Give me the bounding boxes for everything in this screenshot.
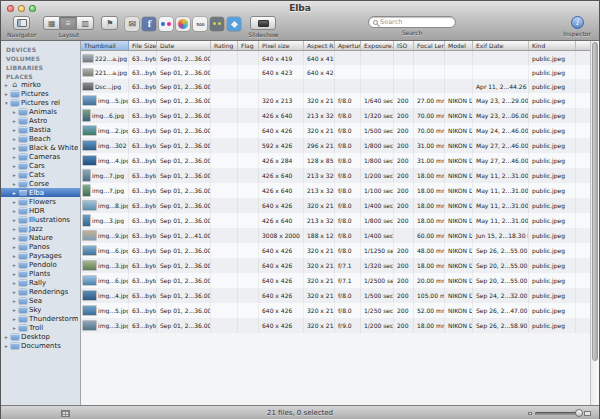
disclosure-triangle-icon[interactable]: ▸ [12,145,17,151]
table-row[interactable]: img...30263...bytesSep 01, 2...36.00 PM5… [81,138,590,153]
table-row[interactable]: img...9.jpg63...bytesSep 01, 2...41.00 P… [81,228,590,243]
disclosure-triangle-icon[interactable]: ▸ [12,181,17,187]
sidebar-item-astro[interactable]: ▸Astro [1,116,80,125]
sidebar-item-elba[interactable]: ▸Elba [1,188,80,197]
vertical-scrollbar[interactable] [590,41,599,405]
disclosure-triangle-icon[interactable]: ▸ [12,109,17,115]
photos-icon[interactable] [176,17,190,31]
disclosure-triangle-icon[interactable]: ▸ [12,235,17,241]
sidebar-item-thunderstorm[interactable]: ▸Thunderstorm [1,314,80,323]
column-header-file-size[interactable]: File Size [129,41,157,50]
sidebar-item-bastia[interactable]: ▸Bastia [1,125,80,134]
sidebar-item-sea[interactable]: ▸Sea [1,296,80,305]
sidebar-item-cars[interactable]: ▸Cars [1,161,80,170]
title-bar[interactable]: Elba [1,1,599,15]
slideshow-button[interactable] [250,16,276,30]
sidebar-item-flowers[interactable]: ▸Flowers [1,197,80,206]
disclosure-triangle-icon[interactable]: ▸ [12,289,17,295]
column-header-flag[interactable]: Flag [238,41,259,50]
table-row[interactable]: img...3.jpg63...bytesSep 01, 2...36.00 P… [81,318,590,333]
sidebar-item-documents[interactable]: ▸Documents [1,341,80,350]
disclosure-triangle-icon[interactable]: ▸ [4,343,9,349]
column-header-kind[interactable]: Kind [529,41,576,50]
table-row[interactable]: img...6.jpg63...bytesSep 01, 2...36.00 P… [81,243,590,258]
layout-list-button[interactable]: ≡ [60,16,77,30]
sidebar-item-paysages[interactable]: ▸Paysages [1,251,80,260]
disclosure-triangle-icon[interactable]: ▸ [12,208,17,214]
thumbnail-grid-icon[interactable] [61,410,70,417]
table-row[interactable]: img...4.jpg63...bytesSep 01, 2...36.00 P… [81,153,590,168]
sidebar-item-pendolo[interactable]: ▸Pendolo [1,260,80,269]
sidebar-item-pictures-rel[interactable]: ▾Pictures rel [1,98,80,107]
column-header-model[interactable]: Model [445,41,473,50]
disclosure-triangle-icon[interactable]: ▾ [4,100,9,106]
layout-grid-button[interactable]: ▦ [43,16,60,30]
table-row[interactable]: 222...a.jpg63...bytesSep 01, 2...36.00 P… [81,51,590,65]
sidebar-item-cats[interactable]: ▸Cats [1,170,80,179]
column-header-aperture[interactable]: Aperture [335,41,361,50]
table-row[interactable]: img...7.jpg63...bytesSep 01, 2...36.00 P… [81,183,590,198]
disclosure-triangle-icon[interactable]: ▸ [12,154,17,160]
disclosure-triangle-icon[interactable]: ▸ [12,172,17,178]
disclosure-triangle-icon[interactable]: ▸ [12,262,17,268]
disclosure-triangle-icon[interactable]: ▸ [12,217,17,223]
column-header-exif-date[interactable]: Exif Date [473,41,529,50]
sidebar-item-mirko[interactable]: ▸⌂mirko [1,80,80,89]
column-header-aspect-r[interactable]: Aspect R... [304,41,335,50]
sidebar-item-black-white[interactable]: ▸Black & White [1,143,80,152]
disclosure-triangle-icon[interactable]: ▸ [4,82,9,88]
sidebar-item-renderings[interactable]: ▸Renderings [1,287,80,296]
column-header-iso[interactable]: ISO [394,41,414,50]
table-row[interactable]: 221...a.jpg63...bytesSep 01, 2...36.00 P… [81,65,590,79]
table-row[interactable]: img...6.jpg63...bytesSep 01, 2...36.00 P… [81,273,590,288]
disclosure-triangle-icon[interactable]: ▸ [12,298,17,304]
disclosure-triangle-icon[interactable]: ▸ [12,127,17,133]
table-row[interactable]: img...3.jpg63...bytesSep 01, 2...36.00 P… [81,213,590,228]
layout-columns-button[interactable]: ▥ [77,16,94,30]
inspector-button[interactable]: i [571,16,584,29]
sidebar-item-illustrations[interactable]: ▸Illustrations [1,215,80,224]
disclosure-triangle-icon[interactable]: ▸ [12,244,17,250]
disclosure-triangle-icon[interactable]: ▸ [4,334,9,340]
table-row[interactable]: img...5.jpg63...bytesSep 01, 2...36.00 P… [81,93,590,108]
dropbox-icon[interactable] [227,17,241,31]
email-icon[interactable]: ✉ [125,17,139,31]
sidebar-item-desktop[interactable]: ▸Desktop [1,332,80,341]
column-header-pixel-size[interactable]: Pixel size [259,41,304,50]
slider-track[interactable] [535,412,581,415]
sidebar-item-cameras[interactable]: ▸Cameras [1,152,80,161]
sidebar-item-rally[interactable]: ▸Rally [1,278,80,287]
disclosure-triangle-icon[interactable]: ▸ [4,91,9,97]
facebook-icon[interactable]: f [142,17,156,31]
thumbnail-size-slider[interactable] [528,406,591,419]
smugmug-icon[interactable] [210,17,224,31]
slider-knob[interactable] [575,409,583,417]
disclosure-triangle-icon[interactable]: ▸ [12,199,17,205]
disclosure-triangle-icon[interactable]: ▸ [12,190,17,196]
sidebar-item-jazz[interactable]: ▸Jazz [1,224,80,233]
table-row[interactable]: img...3.jpg63...bytesSep 01, 2...36.00 P… [81,258,590,273]
disclosure-triangle-icon[interactable]: ▸ [12,118,17,124]
sidebar-item-panos[interactable]: ▸Panos [1,242,80,251]
scrollbar-thumb[interactable] [592,42,598,361]
table-row[interactable]: Dsc...jpg63...bytesSep 01, 2...36.00 PMA… [81,79,590,93]
table-row[interactable]: img...7.jpg63...bytesSep 01, 2...36.00 P… [81,168,590,183]
column-header-focal-len[interactable]: Focal Len... [414,41,445,50]
disclosure-triangle-icon[interactable]: ▸ [12,253,17,259]
table-row[interactable]: img...5.jpg63...bytesSep 01, 2...36.00 P… [81,303,590,318]
disclosure-triangle-icon[interactable]: ▸ [12,280,17,286]
column-header-thumbnail[interactable]: Thumbnail [81,41,129,50]
table-row[interactable]: img...8.jpg63...bytesSep 01, 2...36.00 P… [81,198,590,213]
sidebar-item-hdr[interactable]: ▸HDR [1,206,80,215]
column-header-exposure[interactable]: Exposure... [361,41,394,50]
disclosure-triangle-icon[interactable]: ▸ [12,226,17,232]
sidebar-item-sky[interactable]: ▸Sky [1,305,80,314]
disclosure-triangle-icon[interactable]: ▸ [12,316,17,322]
sidebar-item-plants[interactable]: ▸Plants [1,269,80,278]
table-row[interactable]: img...6.jpg63...bytesSep 01, 2...36.00 P… [81,108,590,123]
disclosure-triangle-icon[interactable]: ▸ [12,325,17,331]
sidebar-item-troll[interactable]: ▸Troll [1,323,80,332]
sidebar-item-nature[interactable]: ▸Nature [1,233,80,242]
sidebar-item-pictures[interactable]: ▸Pictures [1,89,80,98]
search-field[interactable] [368,16,456,28]
